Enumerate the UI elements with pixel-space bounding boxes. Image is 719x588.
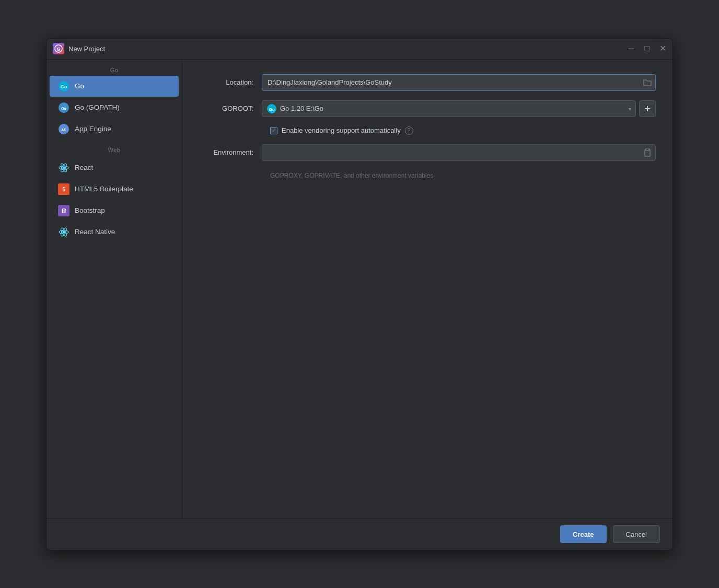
create-button[interactable]: Create (560, 525, 606, 543)
svg-point-16 (63, 230, 65, 233)
sidebar-item-appengine[interactable]: AE App Engine (50, 119, 179, 140)
location-browse-button[interactable] (641, 76, 654, 89)
location-input-wrap (262, 74, 656, 91)
svg-text:Go: Go (61, 84, 67, 89)
sidebar-item-react[interactable]: React (50, 157, 179, 178)
sidebar-item-label-bootstrap: Bootstrap (75, 206, 105, 214)
environment-label: Environment: (199, 148, 262, 156)
help-icon[interactable]: ? (405, 126, 413, 135)
svg-text:Go: Go (61, 107, 66, 110)
react-icon (58, 162, 69, 174)
content-panel: Location: GOROOT: (182, 60, 672, 518)
cancel-button[interactable]: Cancel (613, 525, 660, 543)
bootstrap-icon: B (58, 205, 69, 216)
sidebar-item-bootstrap[interactable]: B Bootstrap (50, 200, 179, 221)
sidebar-item-label-gopath: Go (GOPATH) (75, 103, 120, 111)
maximize-button[interactable]: □ (643, 45, 651, 52)
goroot-select[interactable]: Go Go 1.20 E:\Go ▾ (262, 100, 636, 117)
gopath-icon: Go (58, 102, 69, 113)
environment-hint-text: GOPROXY, GOPRIVATE, and other environmen… (270, 172, 433, 179)
location-label: Location: (199, 78, 262, 86)
svg-point-8 (63, 166, 65, 169)
vendoring-checkbox[interactable] (270, 127, 277, 134)
svg-text:B: B (62, 207, 66, 215)
appengine-icon: AE (58, 123, 69, 135)
svg-text:G: G (56, 47, 60, 52)
svg-text:Go: Go (269, 107, 274, 112)
footer: Create Cancel (47, 518, 672, 550)
vendoring-label: Enable vendoring support automatically (282, 126, 401, 134)
go-version-icon: Go (266, 103, 277, 114)
location-input[interactable] (262, 74, 656, 91)
sidebar-item-gopath[interactable]: Go Go (GOPATH) (50, 97, 179, 118)
environment-input-wrap (262, 144, 656, 161)
sidebar-item-react-native[interactable]: React Native (50, 222, 179, 243)
go-icon: Go (58, 80, 69, 92)
sidebar: Go Go Go Go Go (GOPATH) (47, 60, 182, 518)
environment-hint: GOPROXY, GOPRIVATE, and other environmen… (199, 170, 656, 180)
close-button[interactable]: ✕ (659, 45, 666, 52)
goroot-row: GOROOT: Go Go 1.20 E:\Go ▾ (199, 100, 656, 117)
goroot-label: GOROOT: (199, 105, 262, 112)
sidebar-item-label-appengine: App Engine (75, 125, 111, 133)
chevron-down-icon: ▾ (629, 106, 631, 111)
clipboard-icon (644, 148, 651, 157)
sidebar-item-go[interactable]: Go Go (50, 76, 179, 97)
react-native-icon (58, 226, 69, 238)
sidebar-item-label-go: Go (75, 82, 84, 90)
svg-rect-25 (646, 148, 649, 151)
window-controls: ─ □ ✕ (628, 45, 666, 52)
go-section-label: Go (47, 64, 182, 75)
html5-icon: 5 (58, 183, 69, 195)
environment-clipboard-button[interactable] (641, 146, 654, 159)
location-row: Location: (199, 74, 656, 91)
sidebar-item-label-react-native: React Native (75, 228, 115, 236)
environment-input[interactable] (262, 144, 656, 161)
web-section-label: Web (47, 144, 182, 155)
svg-text:AE: AE (61, 128, 66, 132)
goroot-value: Go 1.20 E:\Go (280, 105, 323, 112)
goroot-controls: Go Go 1.20 E:\Go ▾ (262, 100, 656, 117)
folder-icon (643, 79, 652, 86)
plus-icon (644, 105, 651, 112)
app-icon: G (53, 43, 64, 54)
title-bar: G New Project ─ □ ✕ (47, 39, 672, 60)
sidebar-item-label-html5: HTML5 Boilerplate (75, 185, 133, 193)
main-layout: Go Go Go Go Go (GOPATH) (47, 60, 672, 518)
vendoring-checkbox-wrap: Enable vendoring support automatically (270, 126, 401, 134)
sidebar-item-label-react: React (75, 164, 93, 171)
environment-row: Environment: (199, 144, 656, 161)
minimize-button[interactable]: ─ (628, 45, 635, 52)
new-project-dialog: G New Project ─ □ ✕ Go Go Go (46, 38, 673, 550)
window-title: New Project (68, 45, 628, 53)
vendoring-row: Enable vendoring support automatically ? (199, 126, 656, 135)
goroot-select-wrap: Go Go 1.20 E:\Go ▾ (262, 100, 636, 117)
svg-text:5: 5 (62, 187, 65, 192)
goroot-add-button[interactable] (639, 100, 656, 117)
sidebar-item-html5[interactable]: 5 HTML5 Boilerplate (50, 179, 179, 200)
